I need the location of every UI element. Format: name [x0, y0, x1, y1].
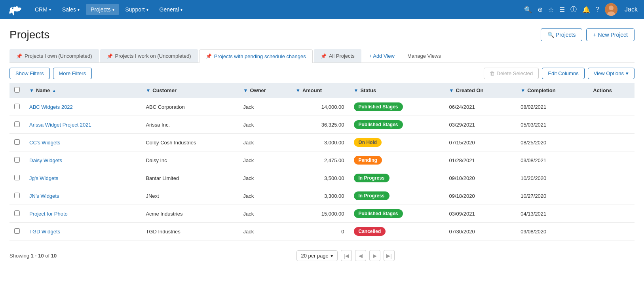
row-checkbox-7[interactable]: [14, 228, 20, 234]
col-header-customer[interactable]: ▼ Customer: [141, 83, 238, 98]
project-link-6[interactable]: Project for Photo: [29, 211, 68, 217]
project-link-4[interactable]: Jg's Widgets: [29, 175, 58, 181]
row-checkbox-cell[interactable]: [9, 169, 25, 187]
col-header-completion[interactable]: ▼ Completion: [516, 83, 588, 98]
tab-all-projects[interactable]: 📌 All Projects: [314, 49, 361, 62]
status-badge-0: Published Stages: [354, 102, 403, 111]
amount-filter-icon: ▼: [296, 88, 300, 93]
app-logo[interactable]: [6, 4, 24, 15]
row-checkbox-cell[interactable]: [9, 205, 25, 223]
add-view-button[interactable]: + Add View: [363, 49, 401, 62]
project-link-5[interactable]: JN's Widgets: [29, 193, 59, 199]
header-buttons: 🔍 Projects + New Project: [541, 28, 635, 41]
search-icon[interactable]: 🔍: [524, 6, 532, 13]
row-actions-5: [588, 187, 635, 205]
col-header-status[interactable]: ▼ Status: [349, 83, 445, 98]
row-status-7: Cancelled: [349, 223, 445, 241]
new-project-button[interactable]: + New Project: [586, 28, 635, 41]
pagination: 20 per page ▾ |◀ ◀ ▶ ▶|: [57, 250, 635, 261]
showing-text: Showing 1 - 10 of 10: [9, 253, 57, 259]
col-header-amount[interactable]: ▼ Amount: [291, 83, 349, 98]
col-header-created-on[interactable]: ▼ Created On: [445, 83, 516, 98]
last-page-button[interactable]: ▶|: [384, 250, 395, 261]
projects-table: ▼ Name ▲ ▼ Customer ▼: [9, 83, 635, 241]
manage-views-button[interactable]: Manage Views: [401, 49, 447, 62]
info-icon[interactable]: ⓘ: [570, 6, 577, 14]
row-completion-2: 08/25/2020: [516, 134, 588, 152]
row-created-5: 09/18/2020: [445, 187, 516, 205]
user-name[interactable]: Jack: [625, 6, 638, 13]
customer-filter-icon: ▼: [146, 88, 150, 93]
row-status-6: Published Stages: [349, 205, 445, 223]
tab-projects-own[interactable]: 📌 Projects I own (Uncompleted): [9, 49, 99, 62]
row-checkbox-2[interactable]: [14, 139, 20, 145]
row-name-3: Daisy Widgets: [25, 152, 141, 169]
row-checkbox-cell[interactable]: [9, 152, 25, 169]
tab-pin-icon-3: 📌: [321, 53, 327, 59]
nav-projects[interactable]: Projects ▾: [86, 4, 119, 15]
view-options-button[interactable]: View Options ▾: [588, 68, 635, 79]
tab-projects-work[interactable]: 📌 Projects I work on (Uncompleted): [100, 49, 198, 62]
tab-pin-icon-0: 📌: [16, 53, 22, 59]
table-header-row: ▼ Name ▲ ▼ Customer ▼: [9, 83, 635, 98]
row-actions-6: [588, 205, 635, 223]
row-actions-1: [588, 116, 635, 134]
created-filter-icon: ▼: [449, 88, 454, 93]
star-icon[interactable]: ☆: [548, 6, 554, 13]
row-checkbox-6[interactable]: [14, 210, 20, 216]
tab-pin-icon-2: 📌: [206, 53, 212, 59]
col-header-owner[interactable]: ▼ Owner: [239, 83, 291, 98]
avatar[interactable]: [605, 3, 617, 16]
project-link-3[interactable]: Daisy Widgets: [29, 157, 62, 163]
row-customer-6: Acme Industries: [141, 205, 238, 223]
project-link-0[interactable]: ABC Widgets 2022: [29, 104, 73, 110]
row-actions-7: [588, 223, 635, 241]
row-actions-2: [588, 134, 635, 152]
nav-sales-chevron: ▾: [78, 8, 80, 12]
nav-support-chevron: ▾: [146, 8, 148, 12]
select-all-checkbox[interactable]: [14, 87, 20, 93]
show-filters-button[interactable]: Show Filters: [9, 68, 50, 79]
nav-general[interactable]: General ▾: [155, 4, 188, 15]
row-checkbox-4[interactable]: [14, 175, 20, 180]
tab-pending-schedule[interactable]: 📌 Projects with pending schedule changes: [199, 49, 313, 63]
next-page-button[interactable]: ▶: [369, 250, 380, 261]
delete-selected-button[interactable]: 🗑 Delete Selected: [484, 68, 539, 79]
list-icon[interactable]: ☰: [559, 6, 565, 13]
row-checkbox-5[interactable]: [14, 193, 20, 198]
row-amount-2: 3,000.00: [291, 134, 349, 152]
add-icon[interactable]: ⊕: [538, 6, 543, 13]
edit-columns-button[interactable]: Edit Columns: [542, 68, 584, 79]
nav-sales[interactable]: Sales ▾: [57, 4, 84, 15]
col-header-name[interactable]: ▼ Name ▲: [25, 83, 141, 98]
row-amount-1: 36,325.00: [291, 116, 349, 134]
first-page-button[interactable]: |◀: [341, 250, 352, 261]
more-filters-button[interactable]: More Filters: [53, 68, 92, 79]
row-checkbox-cell[interactable]: [9, 98, 25, 116]
row-checkbox-cell[interactable]: [9, 187, 25, 205]
search-projects-button[interactable]: 🔍 Projects: [541, 28, 582, 41]
row-checkbox-cell[interactable]: [9, 116, 25, 134]
row-created-7: 07/30/2020: [445, 223, 516, 241]
project-link-1[interactable]: Arissa Widget Project 2021: [29, 122, 91, 128]
row-status-4: In Progress: [349, 169, 445, 187]
project-link-2[interactable]: CC's Widgets: [29, 140, 60, 146]
row-checkbox-0[interactable]: [14, 104, 20, 109]
project-link-7[interactable]: TGD Widgets: [29, 229, 60, 235]
help-icon[interactable]: ?: [596, 6, 599, 13]
row-checkbox-3[interactable]: [14, 157, 20, 163]
table-footer: Showing 1 - 10 of 10 20 per page ▾ |◀ ◀ …: [9, 244, 635, 267]
select-all-header[interactable]: [9, 83, 25, 98]
table-row: Jg's Widgets Bantar Limited Jack 3,500.0…: [9, 169, 635, 187]
row-customer-1: Arissa Inc.: [141, 116, 238, 134]
per-page-select[interactable]: 20 per page ▾: [296, 250, 337, 261]
row-checkbox-cell[interactable]: [9, 134, 25, 152]
row-status-2: On Hold: [349, 134, 445, 152]
row-checkbox-cell[interactable]: [9, 223, 25, 241]
bell-icon[interactable]: 🔔: [582, 6, 590, 13]
nav-crm[interactable]: CRM ▾: [30, 4, 56, 15]
prev-page-button[interactable]: ◀: [355, 250, 366, 261]
page-header: Projects 🔍 Projects + New Project: [9, 28, 635, 41]
nav-support[interactable]: Support ▾: [121, 4, 153, 15]
row-checkbox-1[interactable]: [14, 121, 20, 127]
